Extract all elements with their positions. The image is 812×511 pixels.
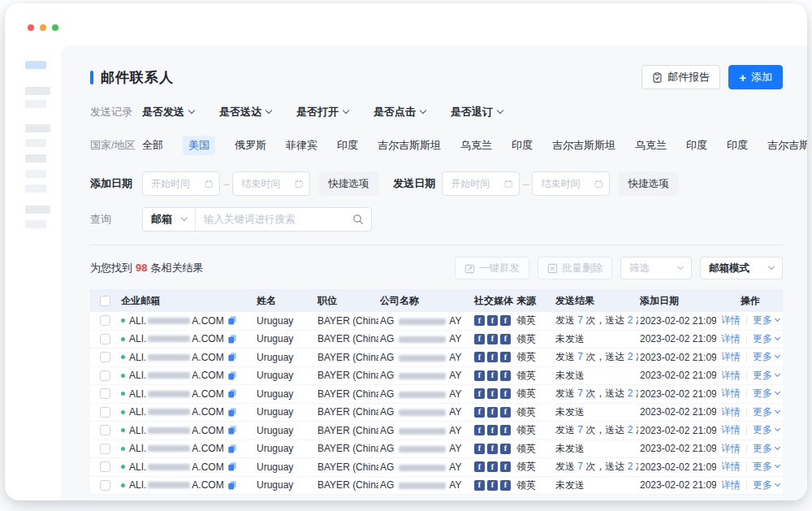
- country-tab[interactable]: 印度: [337, 138, 358, 153]
- country-tab[interactable]: 菲律宾: [286, 138, 317, 153]
- facebook-icon[interactable]: f: [500, 407, 511, 418]
- sidebar-skeleton-item[interactable]: [25, 124, 50, 132]
- facebook-icon[interactable]: f: [487, 370, 498, 381]
- facebook-icon[interactable]: f: [487, 315, 498, 326]
- facebook-icon[interactable]: f: [500, 315, 511, 326]
- country-tab[interactable]: 印度: [512, 138, 533, 153]
- facebook-icon[interactable]: f: [487, 425, 498, 435]
- country-tab[interactable]: 乌克兰: [460, 138, 492, 153]
- facebook-icon[interactable]: f: [500, 388, 511, 399]
- sidebar-skeleton-item[interactable]: [25, 206, 50, 214]
- more-link[interactable]: 更多: [753, 350, 780, 364]
- filter-dropdown[interactable]: 是否退订: [451, 105, 503, 119]
- row-checkbox[interactable]: [100, 370, 110, 381]
- row-checkbox[interactable]: [100, 334, 110, 344]
- country-tab[interactable]: 全部: [142, 138, 163, 153]
- facebook-icon[interactable]: f: [500, 480, 511, 491]
- facebook-icon[interactable]: f: [474, 388, 485, 399]
- sidebar-skeleton-item[interactable]: [25, 220, 46, 228]
- sidebar-skeleton-item[interactable]: [25, 154, 46, 162]
- filter-select[interactable]: 筛选: [620, 257, 692, 279]
- copy-icon[interactable]: [227, 370, 237, 381]
- row-checkbox[interactable]: [100, 461, 110, 472]
- more-link[interactable]: 更多: [753, 332, 780, 346]
- row-checkbox[interactable]: [100, 407, 110, 418]
- country-tab[interactable]: 吉尔吉斯斯坦: [767, 138, 807, 153]
- facebook-icon[interactable]: f: [474, 334, 485, 344]
- facebook-icon[interactable]: f: [474, 370, 485, 381]
- row-checkbox[interactable]: [100, 444, 110, 454]
- more-link[interactable]: 更多: [753, 314, 780, 327]
- copy-icon[interactable]: [227, 407, 237, 418]
- facebook-icon[interactable]: f: [500, 461, 511, 472]
- row-checkbox[interactable]: [100, 315, 110, 326]
- facebook-icon[interactable]: f: [487, 461, 498, 472]
- filter-dropdown[interactable]: 是否送达: [219, 105, 271, 119]
- more-link[interactable]: 更多: [753, 369, 780, 383]
- filter-dropdown[interactable]: 是否打开: [296, 105, 348, 119]
- add-date-start-input[interactable]: [142, 171, 220, 196]
- detail-link[interactable]: 详情: [721, 423, 741, 437]
- more-link[interactable]: 更多: [753, 423, 780, 437]
- filter-dropdown[interactable]: 是否发送: [142, 105, 194, 119]
- select-all-checkbox[interactable]: [100, 296, 110, 306]
- copy-icon[interactable]: [227, 425, 237, 435]
- country-tab[interactable]: 乌克兰: [635, 138, 667, 153]
- detail-link[interactable]: 详情: [721, 387, 741, 401]
- send-date-start-input[interactable]: [442, 171, 520, 196]
- start-time-field[interactable]: [449, 177, 501, 190]
- minimize-dot[interactable]: [40, 24, 46, 31]
- facebook-icon[interactable]: f: [500, 352, 511, 362]
- facebook-icon[interactable]: f: [474, 480, 485, 491]
- more-link[interactable]: 更多: [753, 387, 780, 401]
- facebook-icon[interactable]: f: [500, 444, 511, 454]
- bulk-delete-button[interactable]: 批量删除: [538, 257, 612, 279]
- country-tab[interactable]: 俄罗斯: [235, 138, 266, 153]
- send-date-quick-options-button[interactable]: 快捷选项: [618, 171, 678, 196]
- detail-link[interactable]: 详情: [721, 369, 741, 383]
- facebook-icon[interactable]: f: [500, 334, 511, 344]
- copy-icon[interactable]: [227, 334, 237, 344]
- close-dot[interactable]: [28, 24, 34, 31]
- copy-icon[interactable]: [227, 352, 237, 362]
- add-date-end-input[interactable]: [232, 171, 310, 196]
- facebook-icon[interactable]: f: [474, 352, 485, 362]
- row-checkbox[interactable]: [100, 352, 110, 362]
- detail-link[interactable]: 详情: [721, 479, 741, 492]
- sidebar-skeleton-item[interactable]: [25, 87, 50, 95]
- sidebar-skeleton-item[interactable]: [25, 170, 46, 178]
- country-tab[interactable]: 印度: [686, 138, 707, 153]
- search-input[interactable]: [196, 214, 352, 225]
- country-tab[interactable]: 吉尔吉斯斯坦: [378, 138, 441, 153]
- row-checkbox[interactable]: [100, 480, 110, 491]
- facebook-icon[interactable]: f: [487, 352, 498, 362]
- add-date-quick-options-button[interactable]: 快捷选项: [318, 171, 378, 196]
- sidebar-skeleton-item[interactable]: [25, 100, 46, 108]
- facebook-icon[interactable]: f: [487, 388, 498, 399]
- country-tab[interactable]: 印度: [727, 138, 748, 153]
- detail-link[interactable]: 详情: [721, 405, 741, 419]
- more-link[interactable]: 更多: [753, 479, 780, 492]
- detail-link[interactable]: 详情: [721, 350, 741, 364]
- facebook-icon[interactable]: f: [474, 407, 485, 418]
- facebook-icon[interactable]: f: [474, 425, 485, 435]
- detail-link[interactable]: 详情: [721, 442, 741, 456]
- row-checkbox[interactable]: [100, 388, 110, 399]
- query-type-select[interactable]: 邮箱: [143, 208, 196, 231]
- facebook-icon[interactable]: f: [474, 461, 485, 472]
- bulk-send-button[interactable]: 一键群发: [455, 257, 529, 279]
- copy-icon[interactable]: [227, 315, 237, 326]
- row-checkbox[interactable]: [100, 425, 110, 435]
- filter-dropdown[interactable]: 是否点击: [374, 105, 425, 119]
- facebook-icon[interactable]: f: [474, 315, 485, 326]
- end-time-field[interactable]: [240, 177, 292, 190]
- facebook-icon[interactable]: f: [487, 444, 498, 454]
- copy-icon[interactable]: [227, 444, 237, 454]
- send-date-end-input[interactable]: [532, 171, 610, 196]
- sidebar-active-item[interactable]: [25, 61, 46, 69]
- add-button[interactable]: + 添加: [728, 65, 783, 89]
- detail-link[interactable]: 详情: [721, 460, 741, 474]
- facebook-icon[interactable]: f: [500, 370, 511, 381]
- country-tab[interactable]: 吉尔吉斯斯坦: [552, 138, 615, 153]
- facebook-icon[interactable]: f: [474, 444, 485, 454]
